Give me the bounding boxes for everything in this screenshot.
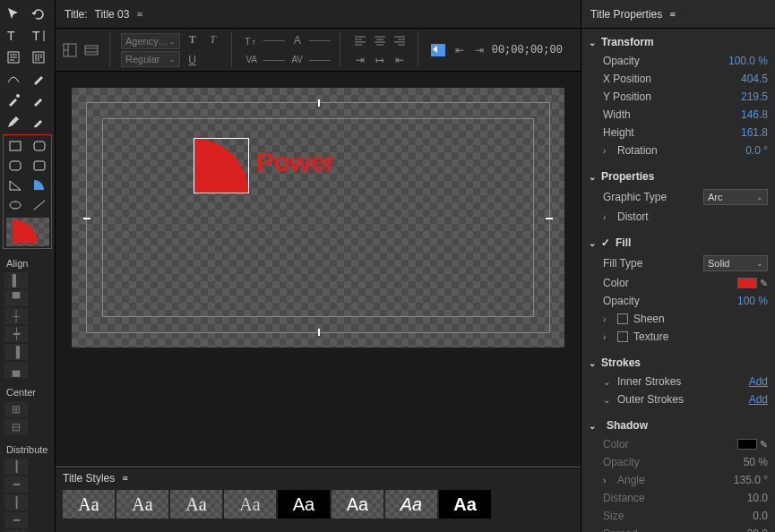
shadow-eyedropper-icon[interactable]: ✎ — [760, 439, 768, 450]
title-canvas[interactable]: Power — [72, 88, 564, 348]
fill-color-swatch[interactable] — [737, 278, 757, 288]
outer-stroke-add[interactable]: Add — [749, 393, 768, 406]
rounded-clipped-tool[interactable] — [30, 157, 50, 175]
bold-icon[interactable]: T — [184, 31, 202, 49]
selected-arc-shape[interactable] — [194, 138, 249, 193]
style-swatch-4[interactable]: Aa — [224, 490, 276, 519]
shadow-header[interactable]: ⌄Shadow — [581, 416, 775, 435]
line-tool[interactable] — [30, 196, 50, 214]
shadow-opacity-value: 50 % — [744, 456, 768, 468]
underline-icon[interactable]: U — [184, 51, 202, 69]
templates-icon[interactable] — [61, 41, 79, 59]
fillopacity-value[interactable]: 100 % — [737, 295, 768, 307]
fill-type-dropdown[interactable]: Solid⌄ — [703, 255, 768, 271]
rounded-rectangle-tool[interactable] — [30, 137, 50, 155]
props-menu-icon[interactable]: ≡ — [669, 10, 676, 19]
align-right-text[interactable] — [391, 31, 409, 49]
type-tool[interactable]: T — [3, 27, 24, 45]
title-name: Title 03 — [95, 8, 130, 21]
texture-checkbox[interactable] — [617, 331, 628, 342]
title-text[interactable]: Power — [256, 147, 335, 177]
ellipse-tool[interactable] — [5, 196, 26, 214]
ypos-value[interactable]: 219.5 — [741, 90, 768, 103]
dist-1[interactable]: ┃ — [4, 459, 28, 475]
show-video-icon[interactable] — [82, 41, 100, 59]
opacity-value[interactable]: 100.0 % — [728, 55, 768, 67]
style-swatch-8[interactable]: Aa — [439, 490, 491, 519]
align-center-text[interactable] — [371, 31, 389, 49]
timecode[interactable]: 00;00;00;00 — [492, 44, 563, 56]
center-h[interactable]: ⊞ — [4, 401, 28, 417]
strokes-header[interactable]: ⌄Strokes — [581, 353, 775, 373]
align-left[interactable]: ▌ — [4, 272, 28, 288]
dist-4[interactable]: ━ — [4, 512, 28, 528]
fill-eyedropper-icon[interactable]: ✎ — [760, 278, 768, 289]
eyedropper-tool[interactable] — [3, 91, 24, 109]
vertical-area-type-tool[interactable] — [28, 48, 49, 66]
color-picker-tool[interactable] — [28, 91, 49, 109]
sync-out-icon[interactable]: ⇥ — [470, 41, 488, 59]
xpos-value[interactable]: 404.5 — [741, 73, 768, 85]
rotation-value[interactable]: 0.0 ° — [745, 144, 768, 157]
align-right[interactable]: ▐ — [4, 344, 28, 360]
panel-menu-icon[interactable]: ≡ — [136, 10, 142, 19]
title-header: Title: Title 03 ≡ — [56, 0, 581, 29]
area-type-tool[interactable] — [3, 48, 24, 66]
dist-3[interactable]: ┃ — [4, 494, 28, 511]
fill-checkbox[interactable]: ✓ — [601, 236, 610, 249]
shadow-color-swatch[interactable] — [737, 439, 757, 450]
inner-stroke-add[interactable]: Add — [749, 375, 768, 388]
align-vcenter[interactable]: ┿ — [4, 326, 28, 342]
distribute-buttons: ┃━ ┃━ ┃━ ┃━ — [3, 459, 52, 532]
italic-icon[interactable]: T — [204, 31, 222, 49]
rotation-label[interactable]: Rotation — [617, 144, 745, 157]
tab-right-icon[interactable]: ⇤ — [391, 51, 409, 69]
toolbox: T T Al — [0, 0, 56, 532]
align-left-text[interactable] — [351, 31, 369, 49]
pencil-tool[interactable] — [3, 113, 24, 131]
graphic-type-dropdown[interactable]: Arc⌄ — [703, 189, 768, 205]
style-swatch-1[interactable]: Aa — [63, 490, 115, 519]
styles-menu-icon[interactable]: ≡ — [122, 474, 128, 483]
align-top[interactable]: ▀ — [4, 290, 28, 306]
font-size-icon[interactable]: TT — [243, 31, 261, 49]
show-background-video-icon[interactable] — [429, 41, 447, 59]
style-swatch-3[interactable]: Aa — [170, 490, 222, 519]
selection-tool[interactable] — [3, 5, 24, 23]
vertical-type-tool[interactable]: T — [28, 27, 49, 45]
tab-icon[interactable]: ⇥ — [351, 51, 369, 69]
style-swatch-2[interactable]: Aa — [116, 490, 168, 519]
width-value[interactable]: 146.8 — [741, 108, 768, 121]
rotate-tool[interactable] — [28, 5, 49, 23]
fill-header[interactable]: ⌄✓Fill — [581, 233, 775, 253]
font-family-dropdown[interactable]: Agency…⌄ — [121, 33, 180, 49]
sheen-checkbox[interactable] — [617, 313, 628, 324]
style-swatch-5[interactable]: Aa — [278, 490, 330, 519]
dist-2[interactable]: ━ — [4, 476, 28, 493]
center-v[interactable]: ⊟ — [4, 419, 28, 435]
clipped-rectangle-tool[interactable] — [5, 157, 26, 175]
style-swatch-7[interactable]: Aa — [385, 490, 437, 519]
transform-header[interactable]: ⌄Transform — [581, 32, 775, 52]
inner-strokes-label: Inner Strokes — [617, 375, 749, 388]
style-swatch-6[interactable]: Aa — [332, 490, 383, 519]
properties-header[interactable]: ⌄Properties — [581, 167, 775, 186]
brush-tool[interactable] — [28, 113, 49, 131]
pen-tool[interactable] — [28, 70, 49, 88]
kerning-icon[interactable]: VA — [243, 51, 261, 69]
tracking-icon[interactable]: AV — [288, 51, 306, 69]
distort-label[interactable]: Distort — [617, 210, 768, 223]
svg-rect-9 — [85, 46, 98, 55]
leading-icon[interactable]: A — [288, 31, 306, 49]
align-bottom[interactable]: ▄ — [4, 362, 28, 378]
align-hcenter[interactable]: ┼ — [4, 308, 28, 324]
tab-center-icon[interactable]: ↦ — [371, 51, 389, 69]
height-value[interactable]: 161.8 — [741, 126, 768, 139]
rectangle-tool[interactable] — [5, 137, 26, 155]
font-weight-dropdown[interactable]: Regular⌄ — [121, 51, 180, 67]
path-type-tool[interactable] — [3, 70, 24, 88]
wedge-tool[interactable] — [5, 176, 26, 194]
shadow-opacity-label: Opacity — [603, 456, 744, 468]
arc-tool[interactable] — [30, 176, 50, 194]
sync-in-icon[interactable]: ⇤ — [451, 41, 469, 59]
